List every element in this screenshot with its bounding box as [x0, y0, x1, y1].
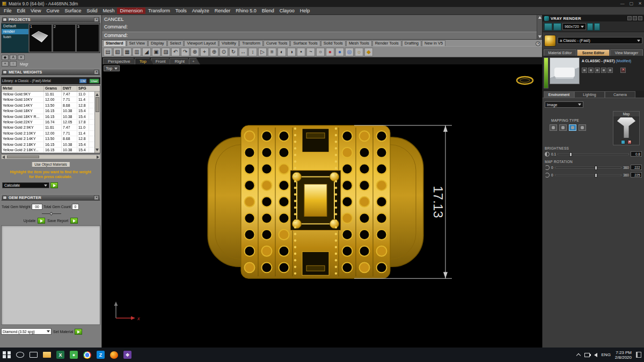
vray-prev-button[interactable] — [587, 23, 593, 31]
gem-reporter-close-icon[interactable] — [94, 195, 99, 200]
set-material-go-button[interactable] — [75, 329, 82, 335]
viewport-slot-3[interactable]: 3 — [76, 24, 99, 52]
calculate-go-button[interactable] — [50, 182, 58, 188]
material-list-icon[interactable] — [582, 68, 587, 73]
vray-tab-scene-editor[interactable]: Scene Editor — [577, 49, 610, 56]
menu-file[interactable]: File — [1, 8, 14, 14]
vray-rt-render-button[interactable] — [553, 23, 561, 31]
project-add-button-1[interactable]: ↑ — [10, 61, 17, 67]
search-button[interactable] — [13, 348, 27, 362]
render-red-sphere-icon[interactable]: ● — [326, 48, 334, 56]
volume-icon[interactable] — [594, 353, 597, 357]
menu-help[interactable]: Help — [297, 8, 313, 14]
material-preview-thumbnail[interactable] — [550, 57, 580, 84]
viewport[interactable]: Top — [102, 64, 542, 348]
map-edit-icon[interactable] — [621, 140, 625, 144]
pan-icon[interactable]: ↔ — [239, 48, 247, 56]
matrix-app-icon[interactable]: ❖ — [121, 348, 134, 362]
metal-weights-close-icon[interactable] — [94, 70, 99, 75]
cut-icon[interactable]: ◢ — [142, 48, 151, 56]
update-button[interactable]: Update — [24, 219, 36, 223]
zoom-extents-icon[interactable]: ⊙ — [219, 48, 228, 56]
undo-icon[interactable]: ↶ — [171, 48, 180, 56]
command-prompt[interactable]: Command: — [102, 32, 537, 39]
panel-pin-icon[interactable] — [627, 16, 632, 20]
menu-view[interactable]: View — [28, 8, 43, 14]
toolbar-tab-set-view[interactable]: Set View — [127, 40, 148, 46]
gem-slider-knob[interactable] — [49, 212, 53, 216]
rotation-value-1[interactable]: 222 — [631, 165, 642, 170]
column-header-dwt[interactable]: DWT — [62, 86, 77, 91]
toolbar-tab-drafting[interactable]: Drafting — [402, 40, 421, 46]
toolbar-tab-select[interactable]: Select — [167, 40, 184, 46]
open-file-icon[interactable]: ▧ — [113, 48, 122, 56]
print-icon[interactable]: ▥ — [133, 48, 141, 56]
uvw-map-icon[interactable] — [550, 124, 557, 131]
panel-close-icon[interactable] — [638, 16, 642, 20]
hidden-icons-chevron[interactable] — [576, 353, 580, 358]
toolbar-tab-new-in-v5[interactable]: New in V5 — [422, 40, 445, 46]
calculate-dropdown[interactable]: Calculate — [2, 182, 49, 188]
globe-icon[interactable]: ◎ — [345, 48, 354, 56]
delete-icon[interactable]: ⊗ — [191, 48, 199, 56]
project-tool-button-2[interactable]: ✕ — [18, 55, 25, 60]
metal-row[interactable]: Yellow Gold 2:18KY...16.1510.3815.4 — [2, 147, 94, 153]
project-tool-button-0[interactable]: ◆ — [2, 55, 9, 60]
resolution-dropdown[interactable]: 960x720 — [562, 23, 586, 30]
gem-material-dropdown[interactable]: Diamond (3.52 spg) — [1, 328, 52, 335]
copy-icon[interactable]: ▣ — [152, 48, 160, 56]
column-header-metal[interactable]: Metal — [2, 86, 44, 91]
menu-rhino-5-0[interactable]: Rhino 5.0 — [233, 8, 259, 14]
edit-material-icon[interactable] — [601, 68, 606, 73]
menu-render[interactable]: Render — [212, 8, 233, 14]
environment-image-dropdown[interactable]: Image — [545, 101, 583, 108]
chrome-icon[interactable] — [80, 348, 94, 362]
menu-edit[interactable]: Edit — [14, 8, 28, 14]
menu-transform[interactable]: Transform — [145, 8, 173, 14]
metal-row[interactable]: Yellow Gold 2:10KY12.007.7111.4 — [2, 131, 94, 136]
vray-subtab-environment[interactable]: Environment — [544, 91, 574, 98]
column-header-spg[interactable]: SPG — [77, 86, 89, 91]
brightness-value[interactable]: 0.8 — [631, 151, 642, 157]
material-icon[interactable]: ◆ — [364, 48, 373, 56]
scroll-up-icon[interactable] — [96, 92, 99, 96]
projects-close-icon[interactable] — [94, 17, 99, 22]
metal-row[interactable]: Yellow Gold 2:9KY11.617.4711.0 — [2, 125, 94, 130]
viewport-tab-top[interactable]: Top — [135, 58, 153, 64]
menu-curve[interactable]: Curve — [43, 8, 62, 14]
menu-dimension[interactable]: Dimension — [117, 8, 145, 14]
menu-surface[interactable]: Surface — [62, 8, 84, 14]
map-remove-icon[interactable] — [627, 140, 632, 144]
menu-blend[interactable]: Blend — [259, 8, 277, 14]
new-file-icon[interactable]: ▤ — [104, 48, 112, 56]
toolbar-tab-mesh-tools[interactable]: Mesh Tools — [346, 40, 372, 46]
maximize-button[interactable]: ▢ — [630, 1, 634, 6]
paste-icon[interactable]: ▨ — [162, 48, 170, 56]
menu-solid[interactable]: Solid — [84, 8, 100, 14]
total-gem-weight-value[interactable]: 00 — [32, 204, 42, 210]
toolbar-tab-display[interactable]: Display — [148, 40, 167, 46]
project-item-default[interactable]: Default — [2, 24, 28, 29]
panel-gear-icon[interactable] — [633, 16, 637, 20]
update-go-button[interactable] — [38, 218, 45, 224]
zoom-in-icon[interactable]: ⊕ — [210, 48, 218, 56]
toolbar-tab-viewport-layout[interactable]: Viewport Layout — [184, 40, 218, 46]
viewport-new-tab-button[interactable]: + — [189, 58, 200, 64]
task-view-button[interactable] — [27, 348, 40, 362]
map-preview-image[interactable] — [616, 117, 636, 138]
vray-render-button[interactable] — [544, 23, 552, 31]
metal-row[interactable]: Yellow Gold:18KY R...16.1510.3815.4 — [2, 114, 94, 120]
project-add-button-0[interactable]: + — [2, 61, 9, 67]
cylindrical-map-icon[interactable] — [569, 124, 576, 131]
excel-icon[interactable]: X — [54, 348, 67, 362]
vray-tab-view-manager[interactable]: View Manager — [610, 49, 643, 56]
clock[interactable]: 7:23 PM 2/8/2020 — [615, 350, 632, 360]
use-object-materials-button[interactable]: Use Object Materials — [31, 161, 70, 167]
render-blue-sphere-icon[interactable]: ● — [335, 48, 344, 56]
save-icon[interactable]: ▦ — [123, 48, 131, 56]
brightness-knob[interactable] — [569, 152, 572, 157]
toolbar-tab-curve-tools[interactable]: Curve Tools — [264, 40, 290, 46]
vray-subtab-camera[interactable]: Camera — [605, 91, 635, 98]
total-gem-count-value[interactable]: 0 — [72, 204, 79, 210]
ring-model[interactable] — [208, 125, 423, 278]
